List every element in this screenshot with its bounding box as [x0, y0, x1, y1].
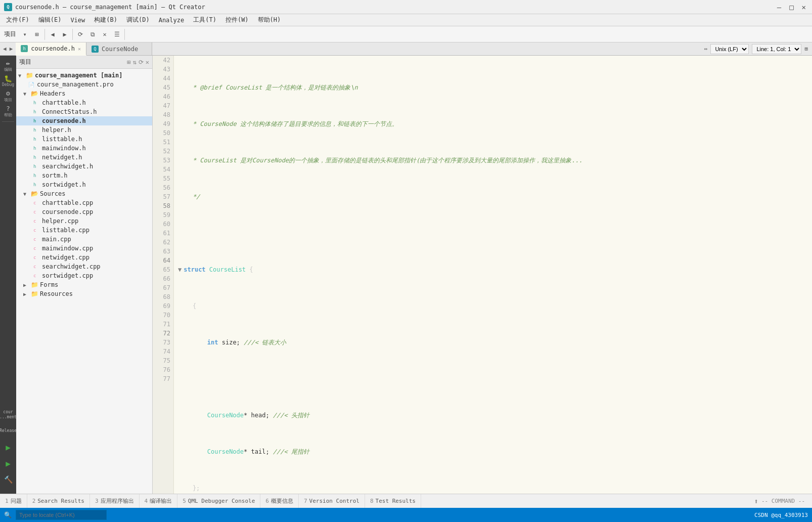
minimize-button[interactable]: — [775, 3, 783, 11]
toolbar-sync-icon[interactable]: ⟳ [75, 29, 86, 40]
maximize-button[interactable]: □ [787, 3, 795, 11]
status-search-icon[interactable]: 🔍 [4, 511, 12, 518]
menu-help[interactable]: 帮助(H) [254, 15, 285, 25]
tree-pro-file[interactable]: 📄 course_management.pro [16, 80, 152, 89]
tab-coursenode-h[interactable]: h coursenode.h ✕ [16, 42, 86, 56]
toolbar-back-btn[interactable]: ◀ [47, 29, 58, 40]
menu-file[interactable]: 文件(F) [2, 15, 33, 25]
tab-encoding-select[interactable]: Unix (LF) [710, 44, 749, 54]
ln-62: 62 [153, 238, 173, 247]
bottom-tab-compile[interactable]: 4 编译输出 [140, 494, 178, 508]
icon-help[interactable]: ? 帮助 [1, 104, 15, 118]
ln-74: 74 [153, 347, 173, 356]
toolbar-project-label: 项目 [2, 30, 18, 38]
tree-helper-cpp[interactable]: c helper.cpp [16, 216, 152, 226]
toolbar-forward-btn[interactable]: ▶ [59, 29, 70, 40]
tab-coursenode-h-close[interactable]: ✕ [78, 46, 81, 52]
tree-sources[interactable]: ▼ 📂 Sources [16, 189, 152, 198]
bottom-tab-overview[interactable]: 6 概要信息 [260, 494, 299, 508]
file-tree: ▼ 📁 course_management [main] 📄 course_ma… [16, 69, 152, 494]
menu-view[interactable]: View [66, 16, 89, 25]
title-bar: Q coursenode.h — course_management [main… [0, 0, 812, 14]
toolbar-cols-icon[interactable]: ☰ [111, 29, 122, 40]
tab-layout-icon[interactable]: ⊞ [804, 46, 808, 52]
icon-debug[interactable]: 🐛 Debug [1, 74, 15, 88]
tree-netwidget-cpp[interactable]: c netwidget.cpp [16, 253, 152, 262]
bottom-tab-compile-label: 编译输出 [150, 497, 172, 505]
sidebar-close-icon[interactable]: ✕ [146, 59, 149, 66]
tree-connectstatus-h[interactable]: h ConnectStatus.h [16, 107, 152, 116]
tree-mainwindow-cpp[interactable]: c mainwindow.cpp [16, 244, 152, 253]
bottom-tab-num-3: 3 [95, 498, 99, 504]
code-span: * CourseNode 这个结构体储存了题目要求的信息，和链表的下一个节点。 [178, 119, 398, 128]
tree-listtable-h[interactable]: h listtable.h [16, 135, 152, 144]
bottom-tab-qml-label: QML Debugger Console [188, 498, 255, 504]
menu-edit[interactable]: 编辑(E) [34, 15, 66, 25]
tab-next-btn[interactable]: ▶ [9, 45, 14, 53]
code-editor[interactable]: 42 43 44 45 46 47 48 49 50 51 52 53 54 5… [153, 56, 812, 494]
bottom-arrow-up[interactable]: ⬆ [754, 497, 758, 505]
toolbar-dropdown[interactable]: ▾ [19, 29, 30, 40]
tree-netwidget-h[interactable]: h netwidget.h [16, 153, 152, 162]
tree-charttable-h[interactable]: h charttable.h [16, 98, 152, 107]
toolbar-close-icon[interactable]: ✕ [99, 29, 110, 40]
toolbar: 项目 ▾ ⊞ ◀ ▶ ⟳ ⧉ ✕ ☰ [0, 26, 812, 42]
bottom-tab-issues[interactable]: 1 问题 [0, 494, 27, 508]
tree-mainwindow-h[interactable]: h mainwindow.h [16, 144, 152, 153]
tree-pro-icon: 📄 [28, 82, 35, 88]
code-text[interactable]: * @brief CourseList 是一个结构体，是对链表的抽象\n * C… [174, 56, 812, 494]
menu-controls[interactable]: 控件(W) [221, 15, 253, 25]
sidebar-filter-icon[interactable]: ⊞ [127, 59, 130, 66]
code-line-52: CourseNode * tail; ///< 尾指针 [178, 447, 812, 456]
tree-headers-arrow: ▼ [23, 91, 29, 97]
run-button[interactable]: ▶ [1, 440, 15, 454]
content-area: ✏ 编辑 🐛 Debug ⚙ 项目 ? 帮助 cour...ment [0, 56, 812, 494]
bottom-tab-tests[interactable]: 8 Test Results [365, 494, 421, 508]
menu-tools[interactable]: 工具(T) [189, 15, 220, 25]
debug-run-button[interactable]: ▶ [1, 456, 15, 470]
tree-coursenode-cpp-label: coursenode.cpp [42, 208, 93, 215]
tree-searchwidget-h[interactable]: h searchwidget.h [16, 162, 152, 171]
sidebar-sort-icon[interactable]: ⇅ [133, 59, 137, 66]
tree-forms[interactable]: ▶ 📁 Forms [16, 280, 152, 289]
toolbar-filter-icon[interactable]: ⊞ [31, 29, 42, 40]
tree-sortwidget-h[interactable]: h sortwidget.h [16, 180, 152, 189]
toolbar-split-icon[interactable]: ⧉ [87, 29, 98, 40]
tab-coursenode-widget[interactable]: Q CourseNode [86, 42, 152, 55]
tree-coursenode-cpp[interactable]: c coursenode.cpp [16, 207, 152, 216]
tab-h-icon: h [21, 45, 28, 52]
ln-53: 53 [153, 156, 173, 165]
tab-prev-btn[interactable]: ◀ [2, 45, 8, 53]
tree-main-cpp[interactable]: c main.cpp [16, 235, 152, 244]
tab-position-select[interactable]: Line: 1, Col: 1 [752, 44, 801, 54]
icon-edit[interactable]: ✏ 编辑 [1, 59, 15, 73]
bottom-tab-vcs-label: Version Control [309, 498, 359, 504]
tree-sortm-h[interactable]: h sortm.h [16, 171, 152, 180]
bottom-tab-qml[interactable]: 5 QML Debugger Console [177, 494, 260, 508]
code-line-49: int size; ///< 链表大小 [178, 338, 812, 347]
icon-project[interactable]: ⚙ 项目 [1, 89, 15, 103]
bottom-tab-vcs[interactable]: 7 Version Control [299, 494, 365, 508]
close-button[interactable]: ✕ [800, 3, 808, 11]
tree-headers[interactable]: ▼ 📂 Headers [16, 89, 152, 98]
menu-build[interactable]: 构建(B) [90, 15, 121, 25]
ln-44: 44 [153, 74, 173, 83]
tree-resources[interactable]: ▶ 📁 Resources [16, 289, 152, 298]
bottom-tab-search[interactable]: 2 Search Results [27, 494, 90, 508]
status-search-input[interactable] [16, 510, 107, 520]
vertical-icon-bar: ✏ 编辑 🐛 Debug ⚙ 项目 ? 帮助 cour...ment [0, 56, 16, 494]
tree-coursenode-h[interactable]: h coursenode.h [16, 116, 152, 125]
tree-project-root[interactable]: ▼ 📁 course_management [main] [16, 71, 152, 80]
sidebar-sync-icon[interactable]: ⟳ [139, 59, 144, 66]
tree-listtable-cpp[interactable]: c listtable.cpp [16, 226, 152, 235]
bottom-tab-appout[interactable]: 3 应用程序输出 [90, 494, 140, 508]
app-icon: Q [4, 3, 12, 11]
build-button[interactable]: 🔨 [1, 472, 15, 487]
menu-analyze[interactable]: Analyze [155, 16, 189, 25]
tree-h-icon-9: h [33, 173, 40, 178]
tree-charttable-cpp[interactable]: c charttable.cpp [16, 198, 152, 207]
tree-sortwidget-cpp[interactable]: c sortwidget.cpp [16, 271, 152, 280]
tree-helper-h[interactable]: h helper.h [16, 125, 152, 135]
tree-searchwidget-cpp[interactable]: c searchwidget.cpp [16, 262, 152, 271]
menu-debug[interactable]: 调试(D) [122, 15, 154, 25]
